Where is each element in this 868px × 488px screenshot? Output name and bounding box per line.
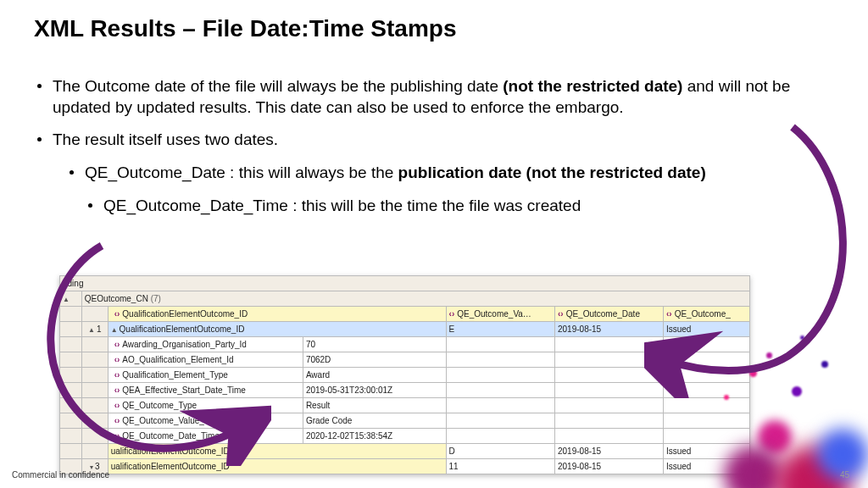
- header-row: ‹›QualificationElementOutcome_ID ‹›QE_Ou…: [60, 307, 750, 322]
- row-index: 1: [97, 324, 102, 334]
- table-row[interactable]: ‹›Awarding_Organisation_Party_Id70: [60, 337, 750, 352]
- col-id: QualificationElementOutcome_ID: [122, 309, 248, 319]
- table-row[interactable]: ‹›QE_Outcome_TypeResult: [60, 398, 750, 413]
- field-val: Result: [303, 398, 446, 413]
- table-row[interactable]: ‹›QE_Outcome_Date_Time2020-12-02T15:38:5…: [60, 429, 750, 444]
- col-date: QE_Outcome_Date: [566, 309, 640, 319]
- field-val: 7062D: [303, 352, 446, 368]
- tree-count: (7): [151, 294, 161, 303]
- table-row[interactable]: ualificationElementOutcome_ID D 2019-08-…: [60, 444, 750, 459]
- text-bold: (not the restricted date): [503, 77, 682, 95]
- node-icon: ‹›: [666, 309, 675, 319]
- slide: { "title": "XML Results – File Date:Time…: [0, 0, 868, 488]
- table-row[interactable]: ▾3 ualificationElementOutcome_ID 11 2019…: [60, 459, 750, 474]
- node-icon: ‹›: [114, 385, 123, 395]
- cell: Issued: [663, 444, 749, 459]
- cell: 2019-08-15: [555, 444, 664, 459]
- field-val: 70: [303, 337, 446, 352]
- bullet-2: The result itself uses two dates.: [34, 130, 831, 151]
- node-icon: ‹›: [114, 355, 123, 364]
- field-key: Qualification_Element_Type: [122, 370, 228, 380]
- field-key: QE_Outcome_Type: [122, 401, 197, 410]
- node-icon: ‹›: [114, 370, 123, 380]
- cell: E: [446, 322, 554, 337]
- tree-node: nding: [60, 276, 750, 291]
- field-val: Grade Code: [303, 413, 446, 429]
- cell: Issued: [663, 322, 749, 337]
- text: QE_Outcome_Date : this will always be th…: [85, 164, 398, 181]
- cell: QualificationElementOutcome_ID: [120, 324, 245, 334]
- field-val: 2019-05-31T23:00:01Z: [303, 383, 446, 398]
- tree-twisty[interactable]: ▲: [60, 291, 82, 307]
- footer-text: Commercial in confidence: [12, 470, 109, 480]
- col-last: QE_Outcome_: [675, 309, 731, 319]
- cell: D: [446, 444, 554, 459]
- tree-row-root: nding: [60, 276, 750, 291]
- xml-grid: nding ▲ QEOutcome_CN (7) ‹›Qualification…: [59, 275, 750, 474]
- table-row[interactable]: ▲1 ▲QualificationElementOutcome_ID E 201…: [60, 322, 750, 337]
- page-title: XML Results – File Date:Time Stamps: [34, 15, 456, 42]
- page-number: 45: [840, 470, 849, 480]
- bullet-1: The Outcome date of the file will always…: [34, 76, 831, 118]
- field-key: QE_Outcome_Date_Time: [122, 431, 220, 441]
- text-bold: publication date (not the restricted dat…: [398, 164, 706, 181]
- cell: ualificationElementOutcome_ID: [108, 444, 446, 459]
- bullet-4: QE_Outcome_Date_Time : this will be the …: [85, 196, 831, 217]
- table-row[interactable]: ‹›QEA_Effective_Start_Date_Time2019-05-3…: [60, 383, 750, 398]
- table-row[interactable]: ‹›QE_Outcome_Value_TypeGrade Code: [60, 413, 750, 429]
- field-key: QEA_Effective_Start_Date_Time: [122, 385, 246, 395]
- node-icon: ‹›: [558, 309, 566, 319]
- node-icon: ‹›: [114, 401, 123, 410]
- bullet-3: QE_Outcome_Date : this will always be th…: [66, 163, 831, 184]
- node-icon: ‹›: [114, 431, 123, 441]
- field-key: Awarding_Organisation_Party_Id: [122, 340, 247, 349]
- tree-label: QEOutcome_CN: [85, 294, 148, 303]
- node-icon: ‹›: [114, 309, 123, 319]
- cell: 2019-08-15: [555, 322, 664, 337]
- node-icon: ‹›: [449, 309, 458, 319]
- xml-table: nding ▲ QEOutcome_CN (7) ‹›Qualification…: [59, 275, 750, 474]
- table-row[interactable]: ‹›AO_Qualification_Element_Id7062D: [60, 352, 750, 368]
- tree-row-cn: ▲ QEOutcome_CN (7): [60, 291, 750, 307]
- node-icon: ‹›: [114, 340, 123, 349]
- cell: 2019-08-15: [555, 459, 664, 474]
- node-icon: ‹›: [114, 416, 123, 425]
- field-val: 2020-12-02T15:38:54Z: [303, 429, 446, 444]
- col-va: QE_Outcome_Va…: [457, 309, 531, 319]
- body-content: The Outcome date of the file will always…: [34, 76, 831, 228]
- cell: 11: [446, 459, 554, 474]
- cell: ualificationElementOutcome_ID: [108, 459, 446, 474]
- table-row[interactable]: ‹›Qualification_Element_TypeAward: [60, 368, 750, 383]
- field-key: QE_Outcome_Value_Type: [122, 416, 222, 425]
- field-key: AO_Qualification_Element_Id: [122, 355, 233, 364]
- text: The Outcome date of the file will always…: [53, 77, 503, 95]
- field-val: Award: [303, 368, 446, 383]
- cell: Issued: [663, 459, 749, 474]
